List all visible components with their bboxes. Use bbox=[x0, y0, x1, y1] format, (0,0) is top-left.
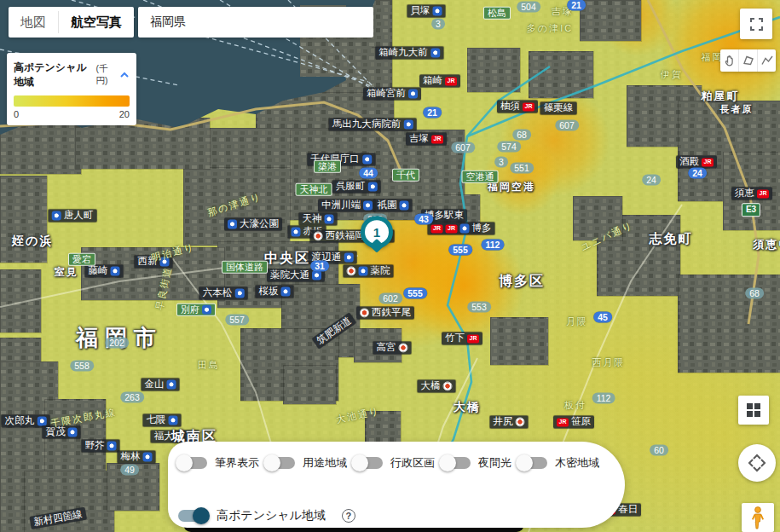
collapse-chevron-icon[interactable] bbox=[119, 72, 130, 78]
map-button[interactable]: 地図 bbox=[9, 7, 58, 38]
polygon-icon bbox=[742, 54, 755, 67]
fullscreen-button[interactable] bbox=[740, 9, 772, 39]
toggle-zoning[interactable] bbox=[266, 457, 295, 469]
toggle-knob bbox=[516, 454, 533, 471]
pegman-icon bbox=[749, 506, 766, 531]
layer-toggles-row: 筆界表示用途地域行政区画夜間光木密地域 bbox=[178, 449, 599, 477]
toggle-boundary[interactable] bbox=[178, 457, 207, 469]
toggle-high-potential[interactable] bbox=[178, 510, 207, 522]
toggle-label-admin: 行政区画 bbox=[390, 455, 435, 471]
toggle-knob bbox=[351, 454, 368, 471]
fullscreen-icon bbox=[749, 17, 764, 32]
toggle-label-high-potential: 高ポテンシャル地域 bbox=[217, 508, 326, 523]
legend-title: 高ポテンシャル地域 bbox=[14, 61, 92, 90]
toggle-knob bbox=[193, 507, 210, 524]
toggle-knob bbox=[439, 454, 456, 471]
toggle-label-nightlight: 夜間光 bbox=[478, 455, 511, 471]
toggle-admin[interactable] bbox=[354, 457, 383, 469]
toggle-item-admin: 行政区画 bbox=[354, 455, 435, 471]
draw-toolbar bbox=[720, 49, 776, 72]
pan-hand-button[interactable] bbox=[720, 49, 738, 72]
legend-gradient-bar bbox=[14, 95, 130, 107]
map-type-control: 地図 航空写真 bbox=[9, 7, 134, 38]
toggle-wooded[interactable] bbox=[518, 457, 547, 469]
pan-control-button[interactable] bbox=[738, 444, 776, 482]
help-icon[interactable]: ? bbox=[342, 509, 355, 523]
grid-icon bbox=[745, 402, 762, 419]
draw-polygon-button[interactable] bbox=[738, 49, 757, 72]
layers-panel: 筆界表示用途地域行政区画夜間光木密地域 高ポテンシャル地域 ? bbox=[168, 442, 625, 528]
hand-icon bbox=[723, 54, 737, 67]
toggle-label-wooded: 木密地域 bbox=[555, 455, 599, 471]
search-input[interactable] bbox=[138, 7, 373, 38]
legend-panel: 高ポテンシャル地域 (千円) 0 20 bbox=[7, 53, 136, 125]
map-marker[interactable]: 1 bbox=[361, 216, 393, 251]
legend-min: 0 bbox=[14, 109, 19, 119]
tile-grid-button[interactable] bbox=[738, 396, 769, 425]
toggle-item-nightlight: 夜間光 bbox=[442, 455, 511, 471]
toggle-item-zoning: 用途地域 bbox=[266, 455, 347, 471]
toggle-item-wooded: 木密地域 bbox=[518, 455, 599, 471]
pegman-button[interactable] bbox=[742, 503, 774, 532]
toggle-knob bbox=[263, 454, 280, 471]
toggle-label-boundary: 筆界表示 bbox=[215, 455, 259, 471]
satellite-button[interactable]: 航空写真 bbox=[59, 7, 134, 38]
draw-line-button[interactable] bbox=[757, 49, 776, 72]
toggle-nightlight[interactable] bbox=[442, 457, 471, 469]
legend-max: 20 bbox=[119, 109, 130, 119]
main-toggle-row: 高ポテンシャル地域 ? bbox=[178, 505, 355, 527]
pan-arrows-icon bbox=[746, 452, 768, 474]
polyline-icon bbox=[760, 54, 774, 67]
toggle-label-zoning: 用途地域 bbox=[303, 455, 347, 471]
toggle-item-boundary: 筆界表示 bbox=[178, 455, 259, 471]
legend-unit: (千円) bbox=[95, 63, 116, 87]
toggle-knob bbox=[176, 454, 193, 471]
